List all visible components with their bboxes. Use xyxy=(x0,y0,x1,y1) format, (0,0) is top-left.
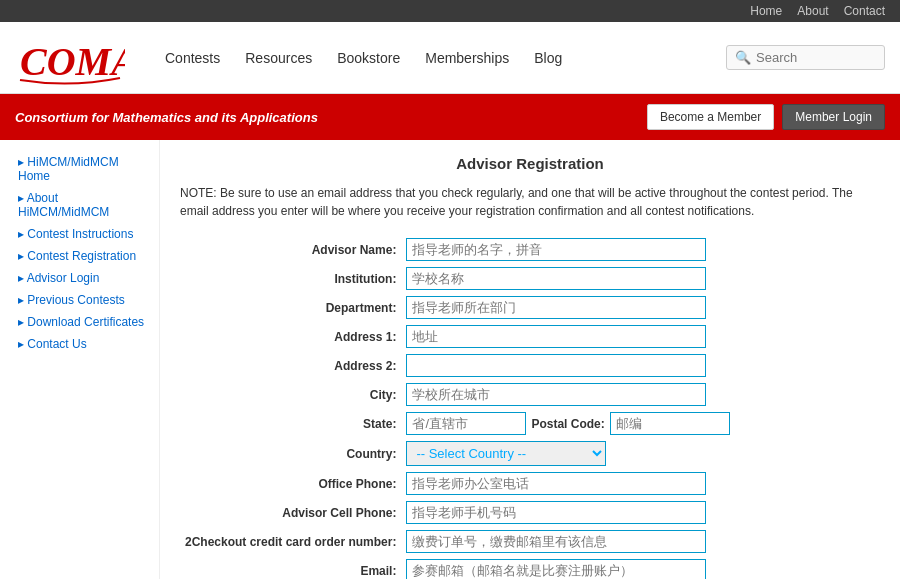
cell-country: -- Select Country -- United States China… xyxy=(401,438,880,469)
main-nav: COMAP Contests Resources Bookstore Membe… xyxy=(0,22,900,94)
label-department: Department: xyxy=(180,293,401,322)
cell-advisor-name xyxy=(401,235,880,264)
search-icon: 🔍 xyxy=(735,50,751,65)
nav-bookstore[interactable]: Bookstore xyxy=(337,50,400,66)
sidebar-item-download-certificates[interactable]: Download Certificates xyxy=(10,315,149,329)
nav-links: Contests Resources Bookstore Memberships… xyxy=(165,50,706,66)
main-content: Advisor Registration NOTE: Be sure to us… xyxy=(160,140,900,579)
label-city: City: xyxy=(180,380,401,409)
cell-checkout xyxy=(401,527,880,556)
notice-text: NOTE: Be sure to use an email address th… xyxy=(180,184,880,220)
sidebar-item-previous-contests[interactable]: Previous Contests xyxy=(10,293,149,307)
svg-text:COMAP: COMAP xyxy=(20,39,125,84)
nav-resources[interactable]: Resources xyxy=(245,50,312,66)
registration-form: Advisor Name: Institution: Department: xyxy=(180,235,880,579)
cell-office-phone xyxy=(401,469,880,498)
sidebar-item-contact-us[interactable]: Contact Us xyxy=(10,337,149,351)
cell-address1 xyxy=(401,322,880,351)
nav-blog[interactable]: Blog xyxy=(534,50,562,66)
nav-contests[interactable]: Contests xyxy=(165,50,220,66)
input-email[interactable] xyxy=(406,559,706,579)
field-row-cell-phone: Advisor Cell Phone: xyxy=(180,498,880,527)
field-row-address1: Address 1: xyxy=(180,322,880,351)
input-city[interactable] xyxy=(406,383,706,406)
label-checkout: 2Checkout credit card order number: xyxy=(180,527,401,556)
input-cell-phone[interactable] xyxy=(406,501,706,524)
label-address1: Address 1: xyxy=(180,322,401,351)
field-row-checkout: 2Checkout credit card order number: xyxy=(180,527,880,556)
top-nav-about[interactable]: About xyxy=(797,4,828,18)
sidebar-item-contest-registration[interactable]: Contest Registration xyxy=(10,249,149,263)
banner-buttons: Become a Member Member Login xyxy=(647,104,885,130)
input-department[interactable] xyxy=(406,296,706,319)
input-institution[interactable] xyxy=(406,267,706,290)
label-address2: Address 2: xyxy=(180,351,401,380)
cell-institution xyxy=(401,264,880,293)
become-member-button[interactable]: Become a Member xyxy=(647,104,774,130)
cell-address2 xyxy=(401,351,880,380)
label-state: State: xyxy=(180,409,401,438)
cell-city xyxy=(401,380,880,409)
member-login-button[interactable]: Member Login xyxy=(782,104,885,130)
page-title: Advisor Registration xyxy=(180,155,880,172)
sidebar-item-contest-instructions[interactable]: Contest Instructions xyxy=(10,227,149,241)
banner-tagline: Consortium for Mathematics and its Appli… xyxy=(15,110,318,125)
label-country: Country: xyxy=(180,438,401,469)
sidebar-item-himcm-home[interactable]: HiMCM/MidMCM Home xyxy=(10,155,149,183)
sidebar-item-about-himcm[interactable]: About HiMCM/MidMCM xyxy=(10,191,149,219)
sidebar: HiMCM/MidMCM Home About HiMCM/MidMCM Con… xyxy=(0,140,160,579)
label-office-phone: Office Phone: xyxy=(180,469,401,498)
field-row-institution: Institution: xyxy=(180,264,880,293)
label-institution: Institution: xyxy=(180,264,401,293)
label-advisor-name: Advisor Name: xyxy=(180,235,401,264)
field-row-country: Country: -- Select Country -- United Sta… xyxy=(180,438,880,469)
input-state[interactable] xyxy=(406,412,526,435)
select-country[interactable]: -- Select Country -- United States China… xyxy=(406,441,606,466)
field-row-email: Email: xyxy=(180,556,880,579)
label-postal-code: Postal Code: xyxy=(531,417,604,431)
label-cell-phone: Advisor Cell Phone: xyxy=(180,498,401,527)
cell-state-postal: Postal Code: xyxy=(401,409,880,438)
top-bar: Home About Contact xyxy=(0,0,900,22)
field-row-address2: Address 2: xyxy=(180,351,880,380)
comap-logo: COMAP xyxy=(15,30,125,85)
nav-memberships[interactable]: Memberships xyxy=(425,50,509,66)
input-checkout[interactable] xyxy=(406,530,706,553)
field-row-department: Department: xyxy=(180,293,880,322)
sidebar-item-advisor-login[interactable]: Advisor Login xyxy=(10,271,149,285)
input-address2[interactable] xyxy=(406,354,706,377)
logo: COMAP xyxy=(15,30,125,85)
cell-cell-phone xyxy=(401,498,880,527)
search-box: 🔍 xyxy=(726,45,885,70)
top-nav-contact[interactable]: Contact xyxy=(844,4,885,18)
input-office-phone[interactable] xyxy=(406,472,706,495)
top-nav-home[interactable]: Home xyxy=(750,4,782,18)
search-input[interactable] xyxy=(756,50,876,65)
field-row-city: City: xyxy=(180,380,880,409)
field-row-office-phone: Office Phone: xyxy=(180,469,880,498)
field-row-advisor-name: Advisor Name: xyxy=(180,235,880,264)
label-email: Email: xyxy=(180,556,401,579)
input-address1[interactable] xyxy=(406,325,706,348)
input-postal-code[interactable] xyxy=(610,412,730,435)
cell-department xyxy=(401,293,880,322)
cell-email xyxy=(401,556,880,579)
input-advisor-name[interactable] xyxy=(406,238,706,261)
field-row-state-postal: State: Postal Code: xyxy=(180,409,880,438)
content-area: HiMCM/MidMCM Home About HiMCM/MidMCM Con… xyxy=(0,140,900,579)
red-banner: Consortium for Mathematics and its Appli… xyxy=(0,94,900,140)
